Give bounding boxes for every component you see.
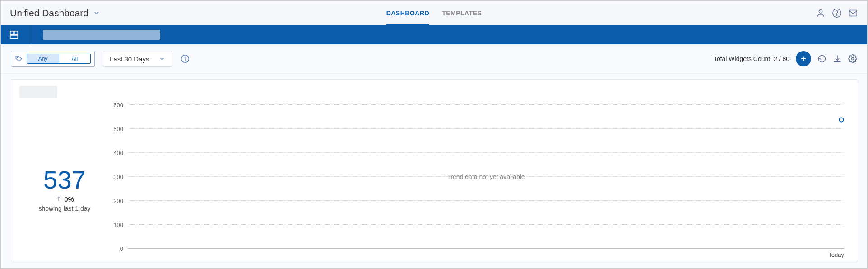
tick-label: 500 bbox=[113, 126, 128, 132]
toggle-any[interactable]: Any bbox=[27, 54, 59, 63]
date-range-select[interactable]: Last 30 Days bbox=[103, 51, 172, 67]
svg-rect-6 bbox=[10, 35, 18, 38]
help-icon[interactable] bbox=[832, 8, 842, 18]
divider bbox=[31, 25, 31, 44]
trend-row: 0% bbox=[55, 195, 74, 203]
svg-point-13 bbox=[852, 58, 854, 60]
chart: 600 500 400 300 200 100 0 Trend data not… bbox=[110, 105, 849, 258]
top-right-icons bbox=[816, 8, 858, 18]
tick-label: 600 bbox=[113, 102, 128, 109]
widget-count: Total Widgets Count: 2 / 80 bbox=[714, 55, 789, 62]
chevron-down-icon bbox=[158, 55, 166, 62]
svg-point-10 bbox=[185, 57, 186, 58]
plus-icon bbox=[799, 55, 808, 63]
widget-card: 537 0% showing last 1 day 600 500 400 30… bbox=[11, 79, 857, 262]
refresh-icon[interactable] bbox=[817, 54, 826, 63]
svg-point-7 bbox=[17, 57, 18, 58]
chevron-down-icon bbox=[93, 9, 100, 17]
tab-templates[interactable]: TEMPLATES bbox=[442, 1, 482, 25]
widget-title-placeholder bbox=[19, 86, 57, 98]
toggle-all[interactable]: All bbox=[59, 54, 90, 63]
toolbar-right: Total Widgets Count: 2 / 80 bbox=[714, 51, 857, 66]
chart-plot: 600 500 400 300 200 100 0 Trend data not… bbox=[128, 105, 844, 249]
top-header: Unified Dashboard DASHBOARD TEMPLATES bbox=[1, 1, 867, 25]
tag-toggle-group: Any All bbox=[27, 54, 91, 64]
download-icon[interactable] bbox=[833, 54, 842, 63]
summary-col: 537 0% showing last 1 day bbox=[19, 105, 110, 258]
xaxis-labels: Today bbox=[128, 249, 844, 258]
svg-rect-3 bbox=[849, 10, 857, 16]
mail-icon[interactable] bbox=[848, 8, 858, 18]
trend-value: 0% bbox=[64, 195, 74, 203]
add-widget-button[interactable] bbox=[796, 51, 811, 66]
tag-filter[interactable]: Any All bbox=[11, 51, 95, 67]
xaxis-label-today: Today bbox=[828, 251, 844, 258]
dashboard-name-placeholder bbox=[43, 30, 160, 40]
top-tabs: DASHBOARD TEMPLATES bbox=[386, 1, 482, 25]
arrow-up-icon bbox=[55, 195, 62, 203]
svg-rect-4 bbox=[10, 31, 14, 34]
tag-icon bbox=[15, 55, 23, 63]
showing-text: showing last 1 day bbox=[38, 205, 90, 212]
tab-dashboard[interactable]: DASHBOARD bbox=[386, 1, 430, 25]
tick-label: 100 bbox=[113, 222, 128, 228]
svg-rect-5 bbox=[14, 31, 18, 34]
svg-point-2 bbox=[836, 14, 837, 15]
info-icon[interactable] bbox=[181, 54, 190, 63]
tick-label: 400 bbox=[113, 150, 128, 156]
tick-label: 200 bbox=[113, 198, 128, 204]
widget-area: 537 0% showing last 1 day 600 500 400 30… bbox=[1, 74, 867, 268]
summary-value: 537 bbox=[43, 165, 85, 194]
app-title: Unified Dashboard bbox=[10, 8, 88, 19]
gear-icon[interactable] bbox=[848, 54, 857, 63]
app-title-dropdown[interactable]: Unified Dashboard bbox=[10, 8, 100, 19]
data-point bbox=[839, 118, 844, 123]
toolbar: Any All Last 30 Days Total Widgets Count… bbox=[1, 44, 867, 74]
chart-message: Trend data not yet available bbox=[447, 173, 525, 180]
tick-label: 0 bbox=[120, 245, 128, 252]
layout-icon[interactable] bbox=[9, 30, 19, 40]
widget-body: 537 0% showing last 1 day 600 500 400 30… bbox=[19, 105, 849, 258]
svg-point-0 bbox=[819, 9, 822, 13]
sub-header bbox=[1, 25, 867, 44]
tick-label: 300 bbox=[113, 174, 128, 180]
user-icon[interactable] bbox=[816, 8, 826, 18]
date-range-label: Last 30 Days bbox=[110, 55, 149, 63]
